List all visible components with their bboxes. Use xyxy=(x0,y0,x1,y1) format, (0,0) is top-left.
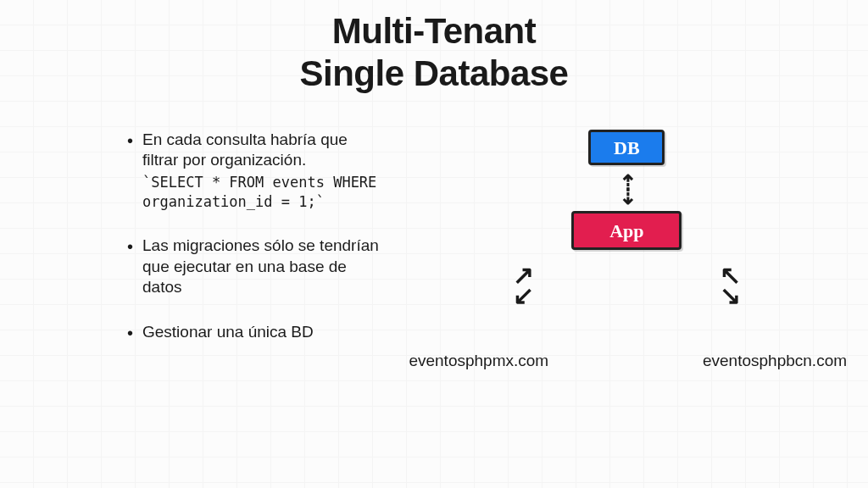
domain-right: eventosphpbcn.com xyxy=(690,352,860,370)
bullet-column: En cada consulta habría que filtrar por … xyxy=(34,130,394,401)
domain-left: eventosphpmx.com xyxy=(394,352,564,370)
bullet-1-code: `SELECT * FROM events WHERE organization… xyxy=(142,173,386,212)
slide-body: En cada consulta habría que filtrar por … xyxy=(34,130,834,401)
diagram: DB ⇡⇣ App ↗↙ ↖↘ eventosphpmx.com eventos… xyxy=(420,130,834,401)
bullet-3-text: Gestionar una única BD xyxy=(142,323,314,341)
arrow-app-domain-left-icon: ↗↙ xyxy=(513,265,534,306)
bullet-3: Gestionar una única BD xyxy=(127,322,386,343)
bullet-list: En cada consulta habría que filtrar por … xyxy=(127,130,386,343)
bullet-2: Las migraciones sólo se tendrían que eje… xyxy=(127,236,386,298)
title-line-2: Single Database xyxy=(300,53,569,93)
title-line-1: Multi-Tenant xyxy=(332,11,537,51)
slide: Multi-Tenant Single Database En cada con… xyxy=(0,0,868,488)
bullet-1: En cada consulta habría que filtrar por … xyxy=(127,130,386,212)
arrow-app-domain-right-icon: ↖↘ xyxy=(720,265,741,306)
bullet-2-text: Las migraciones sólo se tendrían que eje… xyxy=(142,236,379,296)
arrow-db-app-icon: ⇡⇣ xyxy=(619,172,634,208)
db-box: DB xyxy=(588,130,665,165)
app-box: App xyxy=(571,211,682,250)
bullet-1-text: En cada consulta habría que filtrar por … xyxy=(142,130,348,169)
slide-title: Multi-Tenant Single Database xyxy=(34,10,834,96)
